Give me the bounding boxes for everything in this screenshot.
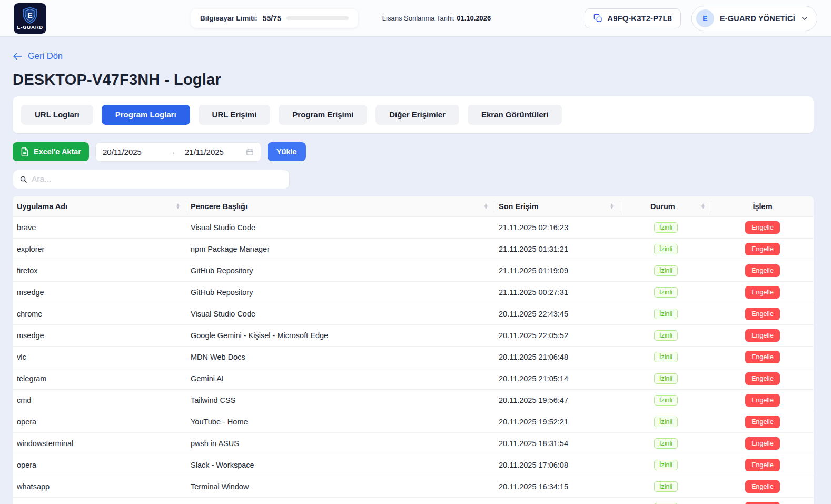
top-header: E E-GUARD Bilgisayar Limiti: 55/75 Lisan… xyxy=(0,0,831,37)
block-button[interactable]: Engelle xyxy=(745,351,780,363)
limit-progress-bar xyxy=(286,16,349,20)
block-button[interactable]: Engelle xyxy=(745,372,780,385)
tab-diger-erisimler[interactable]: Diğer Erişimler xyxy=(375,105,459,125)
status-badge: İzinli xyxy=(654,244,678,254)
search-icon xyxy=(19,175,27,183)
app-name-cell: explorer xyxy=(13,239,186,260)
file-excel-icon xyxy=(21,147,29,156)
block-button[interactable]: Engelle xyxy=(745,480,780,493)
date-to[interactable]: 21/11/2025 xyxy=(185,147,242,156)
brand-name: E-GUARD xyxy=(17,24,43,30)
status-badge: İzinli xyxy=(654,438,678,449)
app-name-cell: telegram xyxy=(13,368,186,390)
column-header-label[interactable]: İşlem xyxy=(716,202,809,211)
license-key-text: A9FQ-K3T2-P7L8 xyxy=(607,14,672,23)
search-box xyxy=(13,170,290,189)
window-title-cell: Visual Studio Code xyxy=(186,217,494,239)
app-name-cell: brave xyxy=(13,217,186,239)
window-title-cell: GitHub Repository xyxy=(186,282,494,303)
user-menu[interactable]: E E-GUARD YÖNETİCİ xyxy=(691,6,817,31)
last-access-cell: 20.11.2025 16:34:15 xyxy=(494,476,620,498)
block-button[interactable]: Engelle xyxy=(745,329,780,342)
last-access-cell: 20.11.2025 22:43:45 xyxy=(494,303,620,325)
window-title-cell xyxy=(186,498,494,504)
column-header-label[interactable]: Son Erişim xyxy=(499,202,610,211)
block-button[interactable]: Engelle xyxy=(745,394,780,407)
tab-url-erisimi[interactable]: URL Erişimi xyxy=(199,105,271,125)
calendar-icon xyxy=(246,148,254,156)
table-row: windowsterminal pwsh in ASUS 20.11.2025 … xyxy=(13,433,814,454)
limit-value: 55/75 xyxy=(263,14,281,23)
tabs: URL LoglarıProgram LoglarıURL ErişimiPro… xyxy=(13,96,814,133)
sort-carets-icon[interactable]: ▲▼ xyxy=(484,203,488,209)
table-row: vlc MDN Web Docs 20.11.2025 21:06:48 İzi… xyxy=(13,347,814,368)
table-row: chrome Visual Studio Code 20.11.2025 22:… xyxy=(13,303,814,325)
table-row: whatsapp Terminal Window 20.11.2025 16:3… xyxy=(13,476,814,498)
window-title-cell: Terminal Window xyxy=(186,476,494,498)
window-title-cell: MDN Web Docs xyxy=(186,347,494,368)
sort-carets-icon[interactable]: ▲▼ xyxy=(701,203,705,209)
table-row: cmd Tailwind CSS 20.11.2025 19:56:47 İzi… xyxy=(13,390,814,411)
table-row: opera YouTube - Home 20.11.2025 19:52:21… xyxy=(13,411,814,433)
status-badge: İzinli xyxy=(654,309,678,319)
status-badge: İzinli xyxy=(654,222,678,233)
range-arrow-icon: → xyxy=(164,147,181,156)
last-access-cell: 20.11.2025 19:52:21 xyxy=(494,411,620,433)
tab-program-erisimi[interactable]: Program Erişimi xyxy=(279,105,367,125)
logs-table: Uygulama Adı ▲▼ Pencere Başlığı ▲▼ Son E… xyxy=(13,196,814,504)
license-expiry-label: Lisans Sonlanma Tarihi: xyxy=(382,14,455,22)
window-title-cell: Gemini AI xyxy=(186,368,494,390)
block-button[interactable]: Engelle xyxy=(745,502,780,504)
last-access-cell: 21.11.2025 01:31:21 xyxy=(494,239,620,260)
last-access-cell: 20.11.2025 22:05:52 xyxy=(494,325,620,347)
window-title-cell: Tailwind CSS xyxy=(186,390,494,411)
logs-table-wrap: Uygulama Adı ▲▼ Pencere Başlığı ▲▼ Son E… xyxy=(13,196,814,504)
license-key-button[interactable]: A9FQ-K3T2-P7L8 xyxy=(585,8,681,28)
back-link[interactable]: Geri Dön xyxy=(13,51,63,61)
shield-icon: E xyxy=(22,7,38,24)
sort-carets-icon[interactable]: ▲▼ xyxy=(610,203,614,209)
column-header-label[interactable]: Uygulama Adı xyxy=(17,202,176,211)
block-button[interactable]: Engelle xyxy=(745,308,780,320)
app-name-cell: windowsterminal xyxy=(13,433,186,454)
user-name: E-GUARD YÖNETİCİ xyxy=(720,14,795,23)
app-name-cell xyxy=(13,498,186,504)
block-button[interactable]: Engelle xyxy=(745,437,780,450)
export-excel-button[interactable]: Excel'e Aktar xyxy=(13,142,89,161)
block-button[interactable]: Engelle xyxy=(745,264,780,277)
limit-label: Bilgisayar Limiti: xyxy=(200,14,258,22)
table-row: msedge GitHub Repository 21.11.2025 00:2… xyxy=(13,282,814,303)
status-badge: İzinli xyxy=(654,330,678,341)
svg-text:E: E xyxy=(27,11,32,19)
date-from[interactable]: 20/11/2025 xyxy=(103,147,160,156)
app-name-cell: opera xyxy=(13,411,186,433)
copy-icon xyxy=(593,14,602,23)
date-range-picker[interactable]: 20/11/2025 → 21/11/2025 xyxy=(95,142,261,162)
block-button[interactable]: Engelle xyxy=(745,286,780,299)
app-name-cell: whatsapp xyxy=(13,476,186,498)
table-header: Uygulama Adı ▲▼ Pencere Başlığı ▲▼ Son E… xyxy=(13,196,814,217)
window-title-cell: Visual Studio Code xyxy=(186,303,494,325)
block-button[interactable]: Engelle xyxy=(745,459,780,471)
column-header-label[interactable]: Pencere Başlığı xyxy=(191,202,484,211)
window-title-cell: npm Package Manager xyxy=(186,239,494,260)
back-label: Geri Dön xyxy=(28,51,63,61)
last-access-cell xyxy=(494,498,620,504)
search-input[interactable] xyxy=(32,174,283,184)
block-button[interactable]: Engelle xyxy=(745,221,780,234)
block-button[interactable]: Engelle xyxy=(745,416,780,428)
load-button[interactable]: Yükle xyxy=(268,142,306,161)
window-title-cell: Slack - Workspace xyxy=(186,454,494,476)
app-name-cell: msedge xyxy=(13,282,186,303)
column-header-label[interactable]: Durum xyxy=(625,202,701,211)
window-title-cell: GitHub Repository xyxy=(186,260,494,282)
sort-carets-icon[interactable]: ▲▼ xyxy=(176,203,180,209)
app-name-cell: cmd xyxy=(13,390,186,411)
main-content: Geri Dön DESKTOP-V47F3NH - Loglar URL Lo… xyxy=(0,37,831,504)
block-button[interactable]: Engelle xyxy=(745,243,780,255)
tab-program-loglari[interactable]: Program Logları xyxy=(102,105,190,125)
tab-ekran-goruntuleri[interactable]: Ekran Görüntüleri xyxy=(468,105,562,125)
app-logo[interactable]: E E-GUARD xyxy=(14,3,46,34)
tab-url-loglari[interactable]: URL Logları xyxy=(21,105,93,125)
window-title-cell: YouTube - Home xyxy=(186,411,494,433)
